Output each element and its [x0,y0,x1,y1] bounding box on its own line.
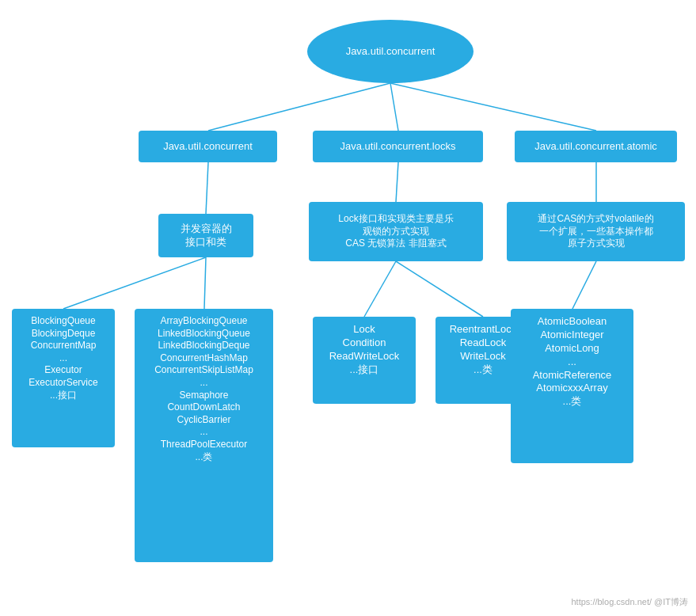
svg-line-10 [572,261,596,309]
svg-line-4 [396,162,398,202]
svg-line-8 [364,261,396,317]
svg-line-9 [396,261,483,317]
iface-col1-node: BlockingQueue BlockingDeque ConcurrentMa… [12,309,115,447]
root-node: Java.util.concurrent [307,20,474,83]
svg-line-3 [206,162,208,214]
svg-line-2 [390,83,596,131]
connector-lines [0,0,696,616]
diagram-container: Java.util.concurrent Java.util.concurren… [0,0,696,616]
desc-concurrent-node: 并发容器的 接口和类 [158,214,253,257]
desc-atomic-node: 通过CAS的方式对volatile的 一个扩展，一些基本操作都 原子方式实现 [507,202,685,261]
iface-col2-node: ArrayBlockingQueue LinkedBlockingQueue L… [135,309,273,562]
desc-locks-node: Lock接口和实现类主要是乐 观锁的方式实现 CAS 无锁算法 非阻塞式 [309,202,483,261]
svg-line-1 [390,83,398,131]
atomic-classes-node: AtomicBoolean AtomicInteger AtomicLong .… [511,309,633,463]
pkg-atomic-node: Java.util.concurrent.atomic [515,131,677,162]
iface-locks-node: Lock Condition ReadWriteLock ...接口 [313,317,416,404]
pkg-locks-node: Java.util.concurrent.locks [313,131,483,162]
svg-line-6 [63,257,206,309]
pkg-concurrent-node: Java.util.concurrent [139,131,277,162]
svg-line-7 [204,257,206,309]
watermark: https://blog.csdn.net/ @IT博涛 [571,596,688,608]
svg-line-0 [208,83,390,131]
